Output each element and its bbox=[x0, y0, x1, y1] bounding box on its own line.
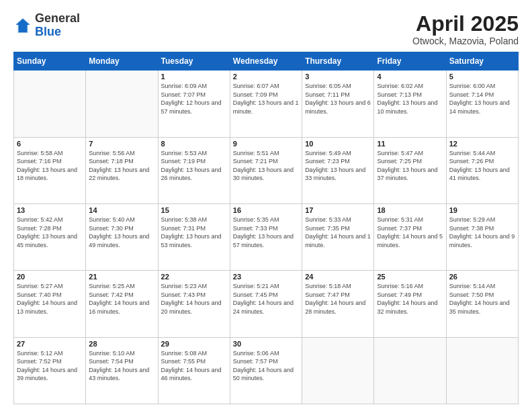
day-info: Sunrise: 5:25 AM Sunset: 7:42 PM Dayligh… bbox=[89, 282, 154, 316]
table-row bbox=[302, 337, 374, 404]
logo-blue: Blue bbox=[35, 25, 61, 38]
table-row bbox=[86, 71, 158, 137]
table-row: 26Sunrise: 5:14 AM Sunset: 7:50 PM Dayli… bbox=[446, 271, 518, 337]
day-number: 8 bbox=[161, 140, 227, 148]
day-number: 30 bbox=[233, 340, 299, 348]
day-info: Sunrise: 5:18 AM Sunset: 7:47 PM Dayligh… bbox=[305, 282, 371, 316]
day-number: 6 bbox=[17, 140, 83, 148]
day-info: Sunrise: 5:38 AM Sunset: 7:31 PM Dayligh… bbox=[161, 216, 227, 249]
table-row: 1Sunrise: 6:09 AM Sunset: 7:07 PM Daylig… bbox=[158, 71, 230, 137]
day-number: 16 bbox=[233, 206, 299, 214]
table-row: 20Sunrise: 5:27 AM Sunset: 7:40 PM Dayli… bbox=[14, 271, 86, 337]
day-number: 23 bbox=[233, 273, 299, 281]
day-number: 2 bbox=[233, 73, 299, 81]
header-sunday: Sunday bbox=[14, 52, 86, 71]
table-row: 16Sunrise: 5:35 AM Sunset: 7:33 PM Dayli… bbox=[230, 203, 302, 270]
day-info: Sunrise: 6:05 AM Sunset: 7:11 PM Dayligh… bbox=[305, 82, 371, 116]
table-row: 2Sunrise: 6:07 AM Sunset: 7:09 PM Daylig… bbox=[230, 71, 302, 137]
table-row: 17Sunrise: 5:33 AM Sunset: 7:35 PM Dayli… bbox=[302, 203, 374, 270]
table-row: 21Sunrise: 5:25 AM Sunset: 7:42 PM Dayli… bbox=[86, 271, 158, 337]
day-info: Sunrise: 5:49 AM Sunset: 7:23 PM Dayligh… bbox=[305, 149, 371, 183]
day-number: 27 bbox=[17, 340, 83, 348]
day-info: Sunrise: 6:02 AM Sunset: 7:13 PM Dayligh… bbox=[377, 82, 443, 116]
day-info: Sunrise: 5:10 AM Sunset: 7:54 PM Dayligh… bbox=[89, 349, 154, 383]
table-row: 25Sunrise: 5:16 AM Sunset: 7:49 PM Dayli… bbox=[374, 271, 446, 337]
day-info: Sunrise: 5:12 AM Sunset: 7:52 PM Dayligh… bbox=[17, 349, 83, 383]
table-row: 30Sunrise: 5:06 AM Sunset: 7:57 PM Dayli… bbox=[230, 337, 302, 404]
day-info: Sunrise: 5:21 AM Sunset: 7:45 PM Dayligh… bbox=[233, 282, 299, 316]
day-number: 3 bbox=[305, 73, 371, 81]
day-number: 1 bbox=[161, 73, 227, 81]
day-info: Sunrise: 5:40 AM Sunset: 7:30 PM Dayligh… bbox=[89, 216, 154, 249]
table-row: 13Sunrise: 5:42 AM Sunset: 7:28 PM Dayli… bbox=[14, 203, 86, 270]
weekday-header-row: Sunday Monday Tuesday Wednesday Thursday… bbox=[14, 52, 519, 71]
day-info: Sunrise: 5:42 AM Sunset: 7:28 PM Dayligh… bbox=[17, 216, 83, 249]
day-info: Sunrise: 5:56 AM Sunset: 7:18 PM Dayligh… bbox=[89, 149, 154, 183]
logo: General Blue bbox=[13, 12, 80, 39]
day-info: Sunrise: 5:27 AM Sunset: 7:40 PM Dayligh… bbox=[17, 282, 83, 316]
calendar-week-row: 6Sunrise: 5:58 AM Sunset: 7:16 PM Daylig… bbox=[14, 137, 519, 203]
day-info: Sunrise: 6:09 AM Sunset: 7:07 PM Dayligh… bbox=[161, 82, 227, 116]
table-row: 18Sunrise: 5:31 AM Sunset: 7:37 PM Dayli… bbox=[374, 203, 446, 270]
day-number: 22 bbox=[161, 273, 227, 281]
table-row: 8Sunrise: 5:53 AM Sunset: 7:19 PM Daylig… bbox=[158, 137, 230, 203]
day-number: 12 bbox=[449, 140, 515, 148]
calendar-week-row: 20Sunrise: 5:27 AM Sunset: 7:40 PM Dayli… bbox=[14, 271, 519, 337]
day-number: 25 bbox=[377, 273, 443, 281]
table-row: 27Sunrise: 5:12 AM Sunset: 7:52 PM Dayli… bbox=[14, 337, 86, 404]
table-row: 11Sunrise: 5:47 AM Sunset: 7:25 PM Dayli… bbox=[374, 137, 446, 203]
table-row: 15Sunrise: 5:38 AM Sunset: 7:31 PM Dayli… bbox=[158, 203, 230, 270]
day-info: Sunrise: 6:00 AM Sunset: 7:14 PM Dayligh… bbox=[449, 82, 515, 116]
day-number: 20 bbox=[17, 273, 83, 281]
table-row: 29Sunrise: 5:08 AM Sunset: 7:55 PM Dayli… bbox=[158, 337, 230, 404]
day-number: 17 bbox=[305, 206, 371, 214]
day-number: 7 bbox=[89, 140, 154, 148]
logo-text: General Blue bbox=[35, 12, 80, 39]
table-row: 10Sunrise: 5:49 AM Sunset: 7:23 PM Dayli… bbox=[302, 137, 374, 203]
table-row bbox=[446, 337, 518, 404]
day-number: 15 bbox=[161, 206, 227, 214]
day-number: 21 bbox=[89, 273, 154, 281]
table-row: 9Sunrise: 5:51 AM Sunset: 7:21 PM Daylig… bbox=[230, 137, 302, 203]
day-info: Sunrise: 5:08 AM Sunset: 7:55 PM Dayligh… bbox=[161, 349, 227, 383]
day-number: 18 bbox=[377, 206, 443, 214]
logo-icon bbox=[13, 16, 32, 35]
day-info: Sunrise: 5:51 AM Sunset: 7:21 PM Dayligh… bbox=[233, 149, 299, 183]
day-number: 4 bbox=[377, 73, 443, 81]
table-row: 7Sunrise: 5:56 AM Sunset: 7:18 PM Daylig… bbox=[86, 137, 158, 203]
table-row: 19Sunrise: 5:29 AM Sunset: 7:38 PM Dayli… bbox=[446, 203, 518, 270]
table-row: 24Sunrise: 5:18 AM Sunset: 7:47 PM Dayli… bbox=[302, 271, 374, 337]
header-thursday: Thursday bbox=[302, 52, 374, 71]
calendar-table: Sunday Monday Tuesday Wednesday Thursday… bbox=[13, 52, 519, 404]
day-info: Sunrise: 5:31 AM Sunset: 7:37 PM Dayligh… bbox=[377, 216, 443, 249]
day-number: 29 bbox=[161, 340, 227, 348]
table-row: 12Sunrise: 5:44 AM Sunset: 7:26 PM Dayli… bbox=[446, 137, 518, 203]
day-number: 11 bbox=[377, 140, 443, 148]
title-block: April 2025 Otwock, Mazovia, Poland bbox=[412, 12, 519, 46]
table-row: 14Sunrise: 5:40 AM Sunset: 7:30 PM Dayli… bbox=[86, 203, 158, 270]
calendar-week-row: 13Sunrise: 5:42 AM Sunset: 7:28 PM Dayli… bbox=[14, 203, 519, 270]
day-info: Sunrise: 5:58 AM Sunset: 7:16 PM Dayligh… bbox=[17, 149, 83, 183]
calendar-week-row: 27Sunrise: 5:12 AM Sunset: 7:52 PM Dayli… bbox=[14, 337, 519, 404]
calendar-week-row: 1Sunrise: 6:09 AM Sunset: 7:07 PM Daylig… bbox=[14, 71, 519, 137]
main-title: April 2025 bbox=[412, 12, 519, 36]
logo-general: General bbox=[35, 11, 80, 25]
header-monday: Monday bbox=[86, 52, 158, 71]
table-row: 6Sunrise: 5:58 AM Sunset: 7:16 PM Daylig… bbox=[14, 137, 86, 203]
header-saturday: Saturday bbox=[446, 52, 518, 71]
table-row bbox=[374, 337, 446, 404]
day-info: Sunrise: 5:44 AM Sunset: 7:26 PM Dayligh… bbox=[449, 149, 515, 183]
header-wednesday: Wednesday bbox=[230, 52, 302, 71]
table-row bbox=[14, 71, 86, 137]
header-friday: Friday bbox=[374, 52, 446, 71]
subtitle: Otwock, Mazovia, Poland bbox=[412, 36, 519, 46]
page: General Blue April 2025 Otwock, Mazovia,… bbox=[0, 0, 532, 411]
day-info: Sunrise: 5:35 AM Sunset: 7:33 PM Dayligh… bbox=[233, 216, 299, 249]
table-row: 23Sunrise: 5:21 AM Sunset: 7:45 PM Dayli… bbox=[230, 271, 302, 337]
day-info: Sunrise: 5:53 AM Sunset: 7:19 PM Dayligh… bbox=[161, 149, 227, 183]
day-number: 28 bbox=[89, 340, 154, 348]
header: General Blue April 2025 Otwock, Mazovia,… bbox=[13, 12, 519, 46]
day-number: 9 bbox=[233, 140, 299, 148]
table-row: 28Sunrise: 5:10 AM Sunset: 7:54 PM Dayli… bbox=[86, 337, 158, 404]
calendar-body: 1Sunrise: 6:09 AM Sunset: 7:07 PM Daylig… bbox=[14, 71, 519, 404]
